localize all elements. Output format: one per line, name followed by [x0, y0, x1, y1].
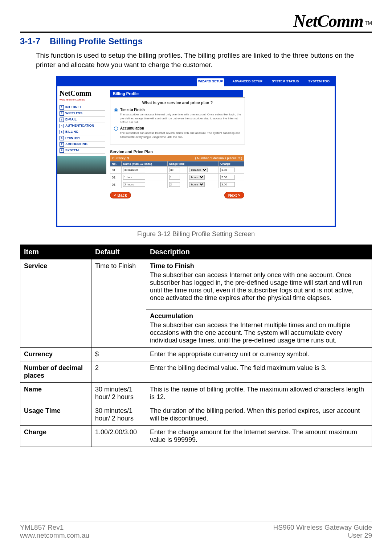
footer-guide-title: HS960 Wireless Gateway Guide: [273, 524, 372, 532]
cell-desc: Enter the appropriate currency unit or c…: [146, 348, 372, 361]
radio-label-accumulation: Accumulation: [120, 126, 144, 130]
intro-paragraph: This function is used to setup the billi…: [36, 51, 372, 69]
brand-logo: NetCommTM: [20, 11, 372, 31]
cell-default: $: [91, 348, 146, 361]
cell-default: 30 minutes/1 hour/ 2 hours: [91, 404, 146, 426]
cell-default: 30 minutes/1 hour/ 2 hours: [91, 383, 146, 404]
usage-value-input[interactable]: [169, 175, 180, 180]
name-input[interactable]: [123, 182, 145, 187]
sidebar-item-email[interactable]: 3E-MAIL: [60, 117, 105, 123]
back-button[interactable]: < Back: [110, 192, 131, 198]
section-title: Billing Profile Settings: [50, 36, 143, 46]
cell-default: Time to Finish: [91, 259, 146, 348]
table-row: Usage Time 30 minutes/1 hour/ 2 hours Th…: [20, 404, 372, 426]
table-row: Service Time to Finish Time to Finish Th…: [20, 259, 372, 309]
spec-table: Item Default Description Service Time to…: [20, 245, 372, 447]
charge-input[interactable]: [220, 168, 235, 172]
cell-item: Number of decimal places: [20, 361, 91, 383]
sidebar-item-billing[interactable]: 5BILLING: [60, 129, 105, 135]
currency-row: Currency: $ ( Number of decimals places:…: [110, 155, 244, 161]
header-rule: [20, 32, 372, 33]
tab-system-tool[interactable]: SYSTEM TOO: [307, 78, 331, 86]
cell-item: Name: [20, 383, 91, 404]
radio-accumulation[interactable]: [114, 127, 118, 131]
cell-desc: The duration of the billing period. When…: [146, 404, 372, 426]
sidebar-item-wireless[interactable]: 2WIRELESS: [60, 111, 105, 117]
section-heading: 3-1-7Billing Profile Settings: [20, 36, 372, 46]
section-number: 3-1-7: [20, 36, 40, 46]
table-row: 03 hours: [110, 181, 244, 188]
cell-item: Usage Time: [20, 404, 91, 426]
table-row: Name 30 minutes/1 hour/ 2 hours This is …: [20, 383, 372, 404]
table-row: 02 hours: [110, 174, 244, 181]
usage-unit-select[interactable]: hours: [189, 182, 205, 187]
th-default: Default: [91, 245, 146, 259]
name-input[interactable]: [123, 175, 145, 180]
sidebar-image: [57, 156, 106, 174]
sidebar-logo: NetComm: [60, 89, 105, 98]
th-item: Item: [20, 245, 91, 259]
table-row: Currency $ Enter the appropriate currenc…: [20, 348, 372, 361]
service-price-plan-title: Service and Price Plan: [110, 149, 330, 154]
sidebar-logo-url: www.netcomm.com.au: [60, 98, 105, 101]
brand-name: NetComm: [293, 11, 363, 30]
embedded-screenshot: WIZARD SETUP ADVANCED SETUP SYSTEM STATU…: [56, 76, 336, 227]
table-row: Number of decimal places 2 Enter the bil…: [20, 361, 372, 383]
sidebar: NetComm www.netcomm.com.au 1INTERNET 2WI…: [57, 86, 106, 226]
service-question: What is your service and price plan ?: [114, 100, 241, 105]
usage-unit-select[interactable]: minutes: [189, 168, 208, 172]
tab-advanced-setup[interactable]: ADVANCED SETUP: [231, 78, 264, 86]
top-tabs: WIZARD SETUP ADVANCED SETUP SYSTEM STATU…: [57, 77, 335, 86]
sidebar-item-system[interactable]: 8SYSTEM: [60, 148, 105, 154]
sidebar-item-printer[interactable]: 6PRINTER: [60, 135, 105, 141]
desc-accumulation: The subscriber can access Internet sever…: [120, 131, 241, 139]
cell-item: Charge: [20, 426, 91, 447]
sidebar-item-internet[interactable]: 1INTERNET: [60, 104, 105, 111]
th-no: No.: [110, 161, 122, 167]
cell-desc: Enter the billing decimal value. The fie…: [146, 361, 372, 383]
name-input[interactable]: [123, 168, 145, 172]
page-footer: YML857 Rev1 www.netcomm.com.au HS960 Wir…: [20, 521, 372, 539]
charge-input[interactable]: [220, 175, 235, 180]
next-button[interactable]: Next >: [224, 192, 244, 198]
cell-desc: This is the name of billing profile. The…: [146, 383, 372, 404]
cell-desc: Time to Finish The subscriber can access…: [146, 259, 372, 309]
footer-page-number: 29: [364, 532, 372, 539]
table-row: 01 minutes: [110, 167, 244, 174]
footer-url: www.netcomm.com.au: [20, 532, 89, 539]
footer-user: User: [348, 532, 362, 539]
price-plan-table: No. Name (max. 12 char.) Usage time Char…: [110, 161, 244, 188]
th-usage: Usage time: [167, 161, 219, 167]
th-charge: Charge: [219, 161, 244, 167]
cell-item: Currency: [20, 348, 91, 361]
desc-heading: Accumulation: [150, 312, 368, 320]
panel-title: Billing Profile: [110, 90, 243, 97]
desc-time-to-finish: The subscriber can access Internet only …: [120, 113, 241, 124]
cell-item: Service: [20, 259, 91, 348]
charge-input[interactable]: [220, 182, 235, 187]
cell-desc: Accumulation The subscriber can access t…: [146, 309, 372, 348]
sidebar-item-authentication[interactable]: 4AUTHENTICATION: [60, 123, 105, 129]
main-panel: Billing Profile What is your service and…: [106, 86, 335, 226]
desc-text: The subscriber can access the Internet m…: [150, 321, 368, 344]
cell-desc: Enter the charge amount for the Internet…: [146, 426, 372, 447]
usage-unit-select[interactable]: hours: [189, 175, 205, 180]
desc-text: The subscriber can access Internet only …: [150, 271, 368, 302]
th-name: Name (max. 12 char.): [122, 161, 167, 167]
sidebar-item-accounting[interactable]: 7ACCOUNTING: [60, 141, 105, 148]
currency-label: Currency: $: [112, 156, 129, 160]
th-description: Description: [146, 245, 372, 259]
table-row: Charge 1.00/2.00/3.00 Enter the charge a…: [20, 426, 372, 447]
tab-system-status[interactable]: SYSTEM STATUS: [270, 78, 300, 86]
footer-rev: YML857 Rev1: [20, 524, 89, 532]
decimals-label: ( Number of decimals places: 2 ): [195, 156, 242, 160]
desc-heading: Time to Finish: [150, 262, 368, 270]
cell-default: 1.00/2.00/3.00: [91, 426, 146, 447]
radio-time-to-finish[interactable]: [114, 108, 118, 112]
tab-wizard-setup[interactable]: WIZARD SETUP: [197, 78, 225, 86]
figure-caption: Figure 3-12 Billing Proﬁle Setting Scree…: [20, 230, 372, 238]
radio-label-time-to-finish: Time to Finish: [120, 108, 145, 112]
usage-value-input[interactable]: [169, 182, 180, 187]
usage-value-input[interactable]: [169, 168, 180, 172]
cell-default: 2: [91, 361, 146, 383]
